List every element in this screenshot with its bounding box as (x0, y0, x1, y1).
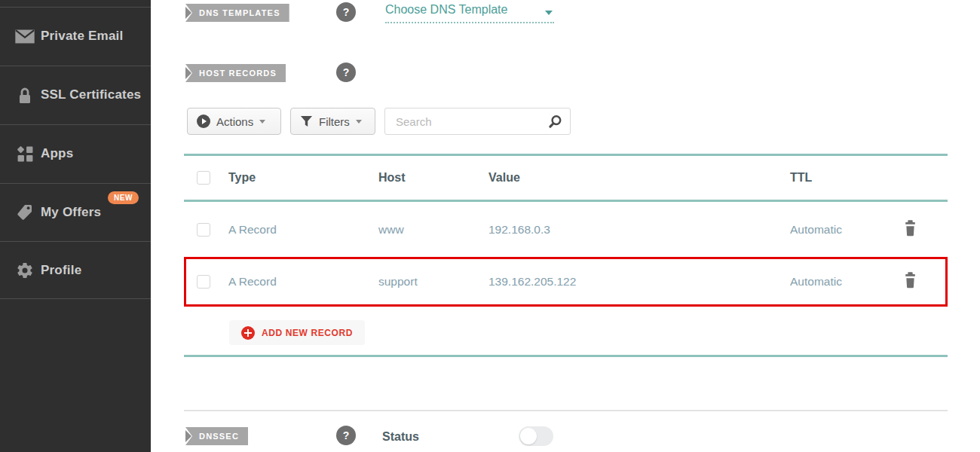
sidebar-item-my-offers[interactable]: My Offers NEW (0, 183, 151, 241)
search-input[interactable] (385, 108, 540, 134)
dnssec-badge: DNSSEC (185, 427, 248, 445)
header-value: Value (488, 171, 790, 185)
chevron-down-icon (545, 11, 553, 15)
actions-button-label: Actions (216, 115, 253, 128)
sidebar-item-label: My Offers (41, 205, 101, 220)
add-new-record-label: ADD NEW RECORD (262, 328, 353, 338)
ribbon-arrow-icon (185, 7, 191, 19)
tag-icon (15, 203, 35, 221)
cell-value: 139.162.205.122 (488, 275, 790, 289)
ribbon-arrow-icon (185, 67, 191, 79)
chevron-down-icon (356, 120, 362, 124)
host-records-table: Type Host Value TTL A Record www 192.168… (184, 154, 948, 307)
sidebar-item-ssl-certificates[interactable]: SSL Certificates (0, 66, 151, 124)
search-box (384, 108, 571, 135)
dns-templates-help-icon[interactable]: ? (336, 2, 356, 22)
dns-templates-badge: DNS TEMPLATES (185, 4, 289, 22)
sidebar-divider (0, 298, 151, 299)
sidebar-item-profile[interactable]: Profile (0, 241, 151, 299)
apps-grid-icon (15, 145, 35, 163)
select-all-checkbox[interactable] (197, 171, 210, 185)
sidebar-item-private-email[interactable]: Private Email (0, 7, 151, 65)
search-icon[interactable] (548, 115, 562, 132)
dnssec-status-label: Status (382, 430, 419, 444)
header-ttl: TTL (790, 171, 896, 185)
section-divider-gray (184, 410, 948, 411)
ribbon-arrow-icon (185, 430, 191, 442)
chevron-down-icon (259, 120, 265, 124)
sidebar-item-label: Private Email (41, 29, 123, 44)
header-host: Host (378, 171, 488, 185)
cell-ttl: Automatic (790, 275, 896, 289)
sidebar-item-label: Profile (41, 263, 81, 278)
sidebar-item-apps[interactable]: Apps (0, 124, 151, 182)
table-header-row: Type Host Value TTL (184, 156, 948, 200)
row-checkbox[interactable] (197, 275, 210, 289)
dns-template-dropdown-value: Choose DNS Template (385, 3, 507, 16)
cell-type: A Record (228, 275, 378, 289)
row-checkbox[interactable] (197, 223, 210, 237)
sidebar-item-label: SSL Certificates (41, 87, 141, 102)
filters-button[interactable]: Filters (290, 108, 375, 135)
host-records-help-icon[interactable]: ? (336, 63, 356, 82)
sidebar: Private Email SSL Certificates Apps My O… (0, 0, 151, 452)
plus-circle-icon (241, 326, 255, 340)
header-type: Type (228, 171, 378, 185)
cell-type: A Record (228, 223, 378, 237)
toggle-knob (520, 428, 537, 444)
filters-button-label: Filters (319, 115, 350, 128)
host-records-badge: HOST RECORDS (185, 64, 286, 82)
dns-management-page: Private Email SSL Certificates Apps My O… (0, 0, 980, 452)
sidebar-item-label: Apps (41, 146, 73, 161)
section-divider-teal (184, 355, 948, 357)
cell-value: 192.168.0.3 (488, 223, 790, 237)
envelope-icon (15, 29, 35, 44)
cell-ttl: Automatic (790, 223, 896, 237)
dns-template-dropdown[interactable]: Choose DNS Template (385, 3, 554, 23)
dnssec-badge-label: DNSSEC (185, 427, 248, 445)
host-records-badge-label: HOST RECORDS (185, 64, 286, 82)
trash-icon[interactable] (903, 272, 917, 292)
dnssec-toggle[interactable] (519, 426, 553, 446)
new-badge: NEW (108, 191, 139, 204)
actions-button[interactable]: Actions (187, 108, 281, 135)
dnssec-help-icon[interactable]: ? (336, 426, 356, 445)
cell-host: support (378, 275, 488, 289)
dns-templates-badge-label: DNS TEMPLATES (185, 4, 289, 22)
lock-icon (15, 87, 35, 104)
play-circle-icon (197, 115, 210, 128)
add-new-record-button[interactable]: ADD NEW RECORD (229, 320, 365, 345)
funnel-icon (300, 115, 313, 128)
table-row: A Record www 192.168.0.3 Automatic (184, 202, 948, 257)
gear-icon (15, 261, 35, 279)
table-row-highlighted: A Record support 139.162.205.122 Automat… (184, 257, 948, 307)
cell-host: www (378, 223, 488, 237)
trash-icon[interactable] (903, 220, 917, 240)
